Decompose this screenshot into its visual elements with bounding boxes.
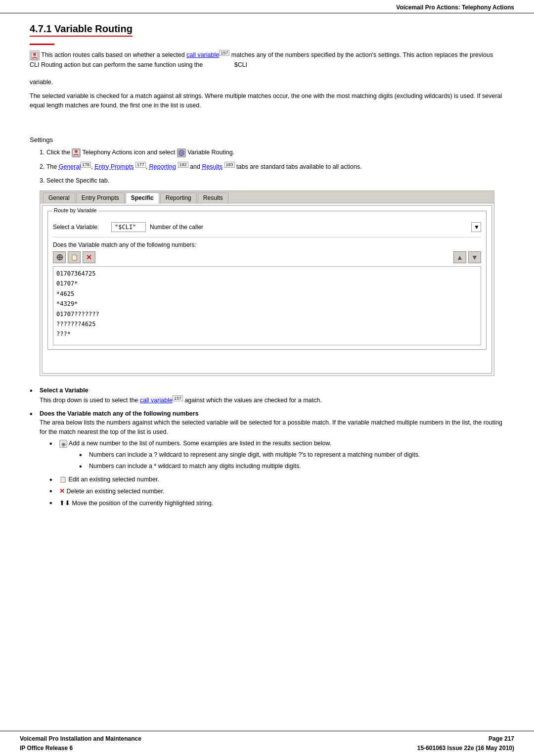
sub-bullet-move: • ⬆⬇ Move the position of the currently … xyxy=(49,498,504,508)
list-item: 01707* xyxy=(56,279,478,288)
up-icon: ▲ xyxy=(456,253,463,261)
group-box-title: Route by Variable xyxy=(52,207,99,213)
sub-bullet-delete: • ✕ Delete an existing selected number. xyxy=(49,486,504,496)
bullet-title-2: Does the Variable match any of the follo… xyxy=(40,410,199,417)
sub-sub-dot-1: • xyxy=(79,450,89,460)
step-1: 1. Click the Telephony Actions icon and … xyxy=(40,147,504,157)
bullet-content-1: Select a Variable This drop down is used… xyxy=(40,386,504,405)
svg-point-3 xyxy=(75,150,78,153)
bullet-match-numbers: • Does the Variable match any of the fol… xyxy=(30,409,504,510)
footer-left: Voicemail Pro Installation and Maintenan… xyxy=(20,734,141,753)
sub-bullet-content-edit: 📋 Edit an existing selected number. xyxy=(59,475,159,484)
sub-sub-bullet-wildcard-star: • Numbers can include a * wildcard to ma… xyxy=(79,462,420,471)
general-tab-link[interactable]: General xyxy=(59,163,81,170)
bullet-dot-1: • xyxy=(30,386,40,395)
red-accent-bar xyxy=(30,44,54,45)
header-title: Voicemail Pro Actions: Telephony Actions xyxy=(396,4,514,11)
down-icon: ▼ xyxy=(471,253,478,261)
numbers-list-box[interactable]: 01707364725 01707* *4625 *4329* 01707???… xyxy=(53,266,481,345)
route-by-variable-group: Route by Variable Select a Variable: "$C… xyxy=(47,211,487,350)
match-question: Does the Variable match any of the follo… xyxy=(53,241,481,248)
bullet-title-1: Select a Variable xyxy=(40,387,89,394)
variable-dropdown[interactable]: ▼ xyxy=(471,222,481,232)
bullet-content-2: Does the Variable match any of the follo… xyxy=(40,409,504,510)
bullet-section: • Select a Variable This drop down is us… xyxy=(30,386,504,510)
bullet-dot-2: • xyxy=(30,409,40,419)
list-item: 01707??????? xyxy=(56,309,478,319)
call-variable-sup-2: 157 xyxy=(173,395,183,401)
variable-row: Select a Variable: "$CLI" Number of the … xyxy=(53,222,481,232)
add-icon: ⊕ xyxy=(56,252,63,263)
toolbar-row: ⊕ 📋 ✕ ▲ xyxy=(53,251,481,263)
footer-right-line2: 15-601063 Issue 22e (16 May 2010) xyxy=(417,744,514,753)
results-tab-link[interactable]: Results xyxy=(202,163,222,170)
page-container: Voicemail Pro Actions: Telephony Actions… xyxy=(0,0,534,756)
header-bar: Voicemail Pro Actions: Telephony Actions xyxy=(0,0,534,13)
footer-left-line1: Voicemail Pro Installation and Maintenan… xyxy=(20,734,141,744)
intro-paragraph-1: This action routes calls based on whethe… xyxy=(30,50,504,70)
edit-icon: 📋 xyxy=(71,254,78,261)
bullet-select-variable: • Select a Variable This drop down is us… xyxy=(30,386,504,405)
footer-left-line2: IP Office Release 6 xyxy=(20,744,141,753)
list-item: ???????4625 xyxy=(56,319,478,329)
edit-icon-bullet: 📋 xyxy=(59,476,67,483)
sub-bullet-dot-move: • xyxy=(49,498,59,508)
edit-number-button[interactable]: 📋 xyxy=(68,251,81,263)
svg-point-1 xyxy=(33,53,36,56)
sub-bullet-dot-add: • xyxy=(49,439,59,448)
sub-bullet-dot-delete: • xyxy=(49,486,59,496)
tab-entry-prompts[interactable]: Entry Prompts xyxy=(76,192,125,203)
sub-bullet-edit: • 📋 Edit an existing selected number. xyxy=(49,475,504,484)
variable-label: Select a Variable: xyxy=(53,224,107,231)
footer-bar: Voicemail Pro Installation and Maintenan… xyxy=(0,731,534,756)
add-icon-bullet: ⊕ xyxy=(59,440,67,448)
telephony-icon-inline xyxy=(30,50,40,60)
footer-right: Page 217 15-601063 Issue 22e (16 May 201… xyxy=(417,734,514,753)
sub-bullet-dot-edit: • xyxy=(49,475,59,484)
footer-right-line1: Page 217 xyxy=(417,734,514,744)
tab-reporting[interactable]: Reporting xyxy=(160,192,197,203)
step-3: 3. Select the Specific tab. xyxy=(40,176,504,186)
tab-specific[interactable]: Specific xyxy=(126,192,159,203)
section-title: 4.7.1 Variable Routing xyxy=(30,23,133,37)
variable-value: "$CLI" xyxy=(111,222,146,232)
delete-icon: ✕ xyxy=(86,253,92,261)
call-variable-link-1[interactable]: call variable xyxy=(186,51,219,58)
add-number-button[interactable]: ⊕ xyxy=(53,251,66,263)
call-variable-link-2[interactable]: call variable xyxy=(140,397,173,404)
tab-row: General Entry Prompts Specific Reporting… xyxy=(40,191,494,203)
tab-content-specific: Route by Variable Select a Variable: "$C… xyxy=(42,205,492,374)
move-up-button[interactable]: ▲ xyxy=(453,251,466,263)
tab-results[interactable]: Results xyxy=(198,192,228,203)
updown-icon-bullet: ⬆⬇ xyxy=(59,499,70,507)
sub-bullet-add: • ⊕ Add a new number to the list of numb… xyxy=(49,439,504,473)
telephony-icon-step1 xyxy=(72,148,81,157)
divider-line xyxy=(53,237,481,237)
entry-sup: 177 xyxy=(135,162,146,168)
variable-desc: Number of the caller xyxy=(150,224,467,231)
general-sup: 176 xyxy=(81,162,91,168)
step-2: 2. The General176, Entry Prompts 177, Re… xyxy=(40,161,504,172)
content-area: 4.7.1 Variable Routing This action route… xyxy=(0,13,534,555)
delete-number-button[interactable]: ✕ xyxy=(83,251,95,263)
move-down-button[interactable]: ▼ xyxy=(468,251,481,263)
toolbar-right: ▲ ▼ xyxy=(453,251,481,263)
list-item: *4329* xyxy=(56,299,478,309)
cli-variable: $CLI xyxy=(234,61,247,68)
sub-bullet-content-add: ⊕ Add a new number to the list of number… xyxy=(59,439,420,473)
toolbar-left: ⊕ 📋 ✕ xyxy=(53,251,95,263)
list-item: ???* xyxy=(56,329,478,339)
entry-prompts-tab-link[interactable]: Entry Prompts xyxy=(94,163,134,170)
intro-cli-line: variable. xyxy=(30,78,504,87)
reporting-sup: 182 xyxy=(178,162,188,168)
results-sup: 183 xyxy=(224,162,235,168)
sub-bullet-content-move: ⬆⬇ Move the position of the currently hi… xyxy=(59,498,213,508)
sub-bullet-content-delete: ✕ Delete an existing selected number. xyxy=(59,486,165,496)
tab-general[interactable]: General xyxy=(43,192,75,203)
reporting-tab-link[interactable]: Reporting xyxy=(149,163,176,170)
list-item: *4625 xyxy=(56,289,478,299)
link-superscript-1: 157 xyxy=(219,50,229,56)
section-title-block: 4.7.1 Variable Routing xyxy=(30,23,504,40)
sub-sub-bullet-wildcard-q: • Numbers can include a ? wildcard to re… xyxy=(79,450,420,460)
list-item: 01707364725 xyxy=(56,269,478,279)
